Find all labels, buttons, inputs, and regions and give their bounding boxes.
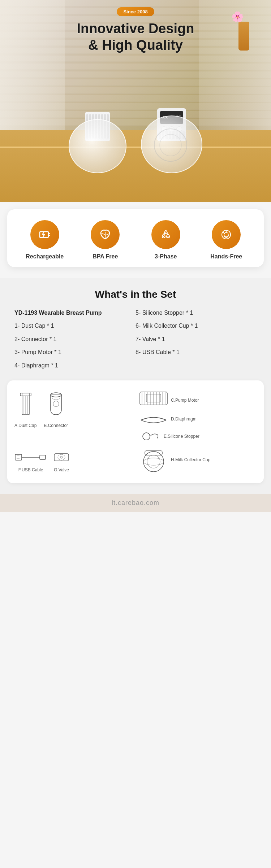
bpa-free-icon-circle (91, 220, 120, 249)
hands-free-label: Hands-Free (210, 253, 242, 260)
pump-device-right: 8 8 (141, 108, 202, 173)
bpa-free-label: BPA Free (93, 253, 118, 260)
contents-item-7: 7- Valve * 1 (136, 335, 257, 343)
feature-3phase: 3-Phase (144, 220, 188, 260)
dust-cap-illustration (17, 391, 35, 420)
diagram-connector: B.Connector (44, 391, 68, 428)
svg-point-40 (143, 433, 150, 440)
pump-motor-illustration (139, 391, 168, 409)
diagram-dust-cap: A.Dust Cap (14, 391, 36, 428)
contents-item-2: 2- Connector * 1 (14, 335, 136, 343)
silicone-stopper-label: E.Silicone Stopper (164, 434, 199, 439)
svg-point-10 (224, 232, 228, 237)
diagram-layout: A.Dust Cap B.Connector (14, 391, 257, 472)
svg-point-27 (58, 454, 65, 460)
valve-label: G.Valve (54, 467, 69, 472)
svg-point-42 (147, 455, 160, 468)
hands-free-icon-circle (212, 220, 241, 249)
usb-cable-illustration (14, 450, 47, 464)
features-section: Rechargeable BPA Free (0, 202, 271, 278)
pump-cup-left (69, 119, 126, 173)
diaphragm-label: D.Diaphragm (171, 416, 197, 422)
contents-section: What's in the Set YD-1193 Wearable Breas… (0, 278, 271, 380)
pump-device-left (69, 112, 126, 173)
diagram-diaphragm-row: D.Diaphragm (139, 413, 257, 426)
diagram-left-area: A.Dust Cap B.Connector (14, 391, 132, 472)
since-badge: Since 2008 (0, 7, 271, 21)
diagram-right-area: C.Pump Motor D.Diaphragm (139, 391, 257, 472)
svg-point-43 (143, 458, 164, 465)
silicone-stopper-illustration (139, 429, 161, 444)
rechargeable-icon-circle (30, 220, 59, 249)
feature-bpa-free: BPA Free (83, 220, 127, 260)
svg-rect-23 (40, 455, 46, 459)
svg-point-41 (143, 452, 164, 472)
contents-item-1: 1- Dust Cap * 1 (14, 322, 136, 330)
feature-hands-free: Hands-Free (205, 220, 248, 260)
3phase-icon-circle (151, 220, 180, 249)
watermark-section: it.carebao.com (0, 494, 271, 512)
contents-item-header: YD-1193 Wearable Breast Pump (14, 309, 136, 317)
feature-rechargeable: Rechargeable (23, 220, 66, 260)
features-card: Rechargeable BPA Free (7, 209, 264, 267)
products-display: 8 8 (69, 108, 202, 173)
diagram-card: A.Dust Cap B.Connector (7, 380, 264, 483)
diagram-milk-collector-row: H.Milk Collector Cup (139, 447, 257, 472)
watermark-text: it.carebao.com (112, 499, 159, 506)
diagram-silicone-stopper-row: E.Silicone Stopper (139, 429, 257, 444)
diagram-pump-motor-row: C.Pump Motor (139, 391, 257, 409)
contents-title: What's in the Set (14, 289, 257, 300)
valve-illustration (52, 450, 70, 464)
svg-point-28 (60, 456, 63, 458)
svg-point-4 (160, 134, 181, 156)
contents-right-col: 5- Silicone Stopper * 1 6- Milk Collecto… (136, 309, 257, 370)
milk-collector-label: H.Milk Collector Cup (171, 457, 210, 462)
pump-cup-right (141, 115, 202, 173)
hero-text-container: Since 2008 Innovative Design & High Qual… (0, 7, 271, 53)
contents-left-col: YD-1193 Wearable Breast Pump 1- Dust Cap… (14, 309, 136, 370)
contents-item-3: 3- Pump Motor * 1 (14, 348, 136, 356)
diagram-bottom-pair: F.USB Cable G.Valve (14, 450, 132, 472)
rechargeable-label: Rechargeable (26, 253, 64, 260)
contents-item-8: 8- USB Cable * 1 (136, 348, 257, 356)
contents-item-6: 6- Milk Collector Cup * 1 (136, 322, 257, 330)
diagram-usb-cable: F.USB Cable (14, 450, 47, 472)
contents-grid: YD-1193 Wearable Breast Pump 1- Dust Cap… (14, 309, 257, 370)
diagram-top-pair: A.Dust Cap B.Connector (14, 391, 132, 428)
contents-item-4: 4- Diaphragm * 1 (14, 362, 136, 370)
diagram-valve: G.Valve (52, 450, 70, 472)
usb-cable-label: F.USB Cable (18, 467, 43, 472)
diagram-section: A.Dust Cap B.Connector (0, 380, 271, 494)
hero-title: Innovative Design & High Quality (0, 21, 271, 53)
connector-illustration (45, 391, 67, 420)
hero-section: 🌸 8 8 (0, 0, 271, 202)
dust-cap-label: A.Dust Cap (14, 423, 36, 428)
pump-motor-label: C.Pump Motor (171, 398, 199, 403)
connector-label: B.Connector (44, 423, 68, 428)
svg-point-20 (53, 401, 59, 407)
3phase-label: 3-Phase (155, 253, 177, 260)
milk-collector-illustration (139, 447, 168, 472)
diaphragm-illustration (139, 413, 168, 426)
contents-item-5: 5- Silicone Stopper * 1 (136, 309, 257, 317)
svg-rect-21 (15, 454, 22, 460)
svg-rect-26 (54, 454, 69, 461)
svg-point-3 (154, 129, 187, 161)
